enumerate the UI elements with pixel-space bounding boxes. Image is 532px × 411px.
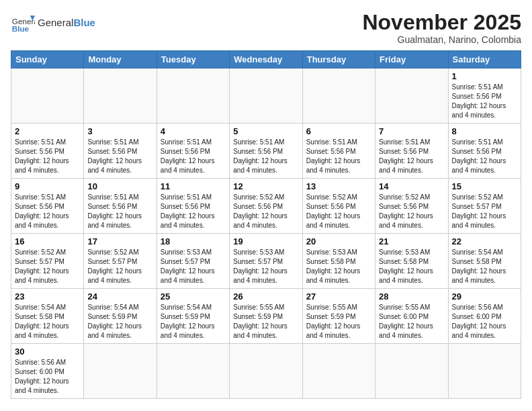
table-row: 28Sunrise: 5:55 AM Sunset: 6:00 PM Dayli… bbox=[375, 289, 448, 344]
table-row: 4Sunrise: 5:51 AM Sunset: 5:56 PM Daylig… bbox=[157, 124, 229, 179]
table-row: 15Sunrise: 5:52 AM Sunset: 5:57 PM Dayli… bbox=[448, 179, 521, 234]
day-number: 25 bbox=[161, 291, 226, 302]
day-info: Sunrise: 5:52 AM Sunset: 5:56 PM Dayligh… bbox=[379, 193, 444, 230]
table-row bbox=[302, 344, 375, 399]
col-wednesday: Wednesday bbox=[230, 51, 302, 68]
col-saturday: Saturday bbox=[448, 51, 521, 68]
day-info: Sunrise: 5:55 AM Sunset: 5:59 PM Dayligh… bbox=[233, 303, 298, 340]
day-info: Sunrise: 5:56 AM Sunset: 6:00 PM Dayligh… bbox=[15, 358, 80, 396]
day-info: Sunrise: 5:51 AM Sunset: 5:56 PM Dayligh… bbox=[452, 83, 517, 120]
day-info: Sunrise: 5:53 AM Sunset: 5:57 PM Dayligh… bbox=[233, 248, 298, 285]
table-row: 9Sunrise: 5:51 AM Sunset: 5:56 PM Daylig… bbox=[11, 179, 84, 234]
table-row: 18Sunrise: 5:53 AM Sunset: 5:57 PM Dayli… bbox=[157, 234, 229, 289]
day-number: 10 bbox=[87, 181, 152, 191]
week-row: 1Sunrise: 5:51 AM Sunset: 5:56 PM Daylig… bbox=[11, 68, 521, 124]
day-number: 26 bbox=[233, 291, 298, 302]
day-info: Sunrise: 5:53 AM Sunset: 5:57 PM Dayligh… bbox=[161, 248, 226, 285]
logo-general: General bbox=[38, 17, 73, 28]
table-row: 13Sunrise: 5:52 AM Sunset: 5:56 PM Dayli… bbox=[302, 179, 375, 234]
week-row: 2Sunrise: 5:51 AM Sunset: 5:56 PM Daylig… bbox=[11, 124, 521, 179]
table-row: 26Sunrise: 5:55 AM Sunset: 5:59 PM Dayli… bbox=[230, 289, 302, 344]
calendar: Sunday Monday Tuesday Wednesday Thursday… bbox=[11, 50, 521, 399]
month-title: November 2025 bbox=[362, 11, 521, 34]
day-info: Sunrise: 5:54 AM Sunset: 5:59 PM Dayligh… bbox=[161, 303, 226, 340]
table-row: 30Sunrise: 5:56 AM Sunset: 6:00 PM Dayli… bbox=[11, 344, 84, 399]
table-row: 21Sunrise: 5:53 AM Sunset: 5:58 PM Dayli… bbox=[375, 234, 448, 289]
day-number: 2 bbox=[15, 126, 80, 136]
day-info: Sunrise: 5:52 AM Sunset: 5:56 PM Dayligh… bbox=[306, 193, 371, 230]
day-info: Sunrise: 5:53 AM Sunset: 5:58 PM Dayligh… bbox=[379, 248, 444, 285]
day-number: 20 bbox=[306, 236, 371, 246]
table-row bbox=[302, 68, 375, 124]
table-row: 10Sunrise: 5:51 AM Sunset: 5:56 PM Dayli… bbox=[84, 179, 157, 234]
day-info: Sunrise: 5:51 AM Sunset: 5:56 PM Dayligh… bbox=[452, 138, 517, 175]
col-friday: Friday bbox=[375, 51, 448, 68]
table-row: 19Sunrise: 5:53 AM Sunset: 5:57 PM Dayli… bbox=[230, 234, 302, 289]
day-number: 29 bbox=[452, 291, 517, 302]
table-row: 5Sunrise: 5:51 AM Sunset: 5:56 PM Daylig… bbox=[230, 124, 302, 179]
day-info: Sunrise: 5:54 AM Sunset: 5:59 PM Dayligh… bbox=[87, 303, 152, 340]
day-number: 15 bbox=[452, 181, 517, 191]
day-info: Sunrise: 5:51 AM Sunset: 5:56 PM Dayligh… bbox=[306, 138, 371, 175]
day-info: Sunrise: 5:54 AM Sunset: 5:58 PM Dayligh… bbox=[15, 303, 80, 340]
table-row: 16Sunrise: 5:52 AM Sunset: 5:57 PM Dayli… bbox=[11, 234, 84, 289]
table-row: 6Sunrise: 5:51 AM Sunset: 5:56 PM Daylig… bbox=[302, 124, 375, 179]
day-info: Sunrise: 5:51 AM Sunset: 5:56 PM Dayligh… bbox=[87, 138, 152, 175]
table-row: 20Sunrise: 5:53 AM Sunset: 5:58 PM Dayli… bbox=[302, 234, 375, 289]
table-row: 12Sunrise: 5:52 AM Sunset: 5:56 PM Dayli… bbox=[230, 179, 302, 234]
week-row: 30Sunrise: 5:56 AM Sunset: 6:00 PM Dayli… bbox=[11, 344, 521, 399]
day-info: Sunrise: 5:51 AM Sunset: 5:56 PM Dayligh… bbox=[233, 138, 298, 175]
table-row: 8Sunrise: 5:51 AM Sunset: 5:56 PM Daylig… bbox=[448, 124, 521, 179]
day-info: Sunrise: 5:52 AM Sunset: 5:57 PM Dayligh… bbox=[452, 193, 517, 230]
day-number: 11 bbox=[161, 181, 226, 191]
day-number: 28 bbox=[379, 291, 444, 302]
week-row: 9Sunrise: 5:51 AM Sunset: 5:56 PM Daylig… bbox=[11, 179, 521, 234]
table-row: 29Sunrise: 5:56 AM Sunset: 6:00 PM Dayli… bbox=[448, 289, 521, 344]
day-info: Sunrise: 5:51 AM Sunset: 5:56 PM Dayligh… bbox=[87, 193, 152, 230]
day-info: Sunrise: 5:51 AM Sunset: 5:56 PM Dayligh… bbox=[379, 138, 444, 175]
day-number: 4 bbox=[161, 126, 226, 136]
day-number: 3 bbox=[87, 126, 152, 136]
day-number: 22 bbox=[452, 236, 517, 246]
table-row: 1Sunrise: 5:51 AM Sunset: 5:56 PM Daylig… bbox=[448, 68, 521, 124]
day-info: Sunrise: 5:51 AM Sunset: 5:56 PM Dayligh… bbox=[161, 193, 226, 230]
day-number: 17 bbox=[87, 236, 152, 246]
day-info: Sunrise: 5:51 AM Sunset: 5:56 PM Dayligh… bbox=[161, 138, 226, 175]
table-row bbox=[375, 344, 448, 399]
day-number: 30 bbox=[15, 347, 80, 357]
logo-icon: General Blue bbox=[11, 11, 35, 35]
logo-blue: Blue bbox=[73, 17, 95, 28]
table-row: 25Sunrise: 5:54 AM Sunset: 5:59 PM Dayli… bbox=[157, 289, 229, 344]
day-info: Sunrise: 5:56 AM Sunset: 6:00 PM Dayligh… bbox=[452, 303, 517, 340]
day-info: Sunrise: 5:55 AM Sunset: 6:00 PM Dayligh… bbox=[379, 303, 444, 340]
day-number: 21 bbox=[379, 236, 444, 246]
day-number: 5 bbox=[233, 126, 298, 136]
table-row: 17Sunrise: 5:52 AM Sunset: 5:57 PM Dayli… bbox=[84, 234, 157, 289]
table-row bbox=[375, 68, 448, 124]
table-row bbox=[84, 68, 157, 124]
day-info: Sunrise: 5:55 AM Sunset: 5:59 PM Dayligh… bbox=[306, 303, 371, 340]
table-row bbox=[11, 68, 84, 124]
table-row: 24Sunrise: 5:54 AM Sunset: 5:59 PM Dayli… bbox=[84, 289, 157, 344]
day-number: 19 bbox=[233, 236, 298, 246]
week-row: 23Sunrise: 5:54 AM Sunset: 5:58 PM Dayli… bbox=[11, 289, 521, 344]
day-number: 12 bbox=[233, 181, 298, 191]
table-row bbox=[448, 344, 521, 399]
day-info: Sunrise: 5:52 AM Sunset: 5:57 PM Dayligh… bbox=[15, 248, 80, 285]
col-sunday: Sunday bbox=[11, 51, 84, 68]
table-row: 23Sunrise: 5:54 AM Sunset: 5:58 PM Dayli… bbox=[11, 289, 84, 344]
day-number: 13 bbox=[306, 181, 371, 191]
table-row: 14Sunrise: 5:52 AM Sunset: 5:56 PM Dayli… bbox=[375, 179, 448, 234]
day-number: 23 bbox=[15, 291, 80, 302]
day-number: 7 bbox=[379, 126, 444, 136]
day-number: 8 bbox=[452, 126, 517, 136]
col-tuesday: Tuesday bbox=[157, 51, 229, 68]
col-monday: Monday bbox=[84, 51, 157, 68]
day-number: 27 bbox=[306, 291, 371, 302]
table-row bbox=[157, 344, 229, 399]
title-area: November 2025 Gualmatan, Narino, Colombi… bbox=[362, 11, 521, 45]
day-info: Sunrise: 5:51 AM Sunset: 5:56 PM Dayligh… bbox=[15, 138, 80, 175]
table-row: 11Sunrise: 5:51 AM Sunset: 5:56 PM Dayli… bbox=[157, 179, 229, 234]
day-info: Sunrise: 5:54 AM Sunset: 5:58 PM Dayligh… bbox=[452, 248, 517, 285]
table-row: 7Sunrise: 5:51 AM Sunset: 5:56 PM Daylig… bbox=[375, 124, 448, 179]
